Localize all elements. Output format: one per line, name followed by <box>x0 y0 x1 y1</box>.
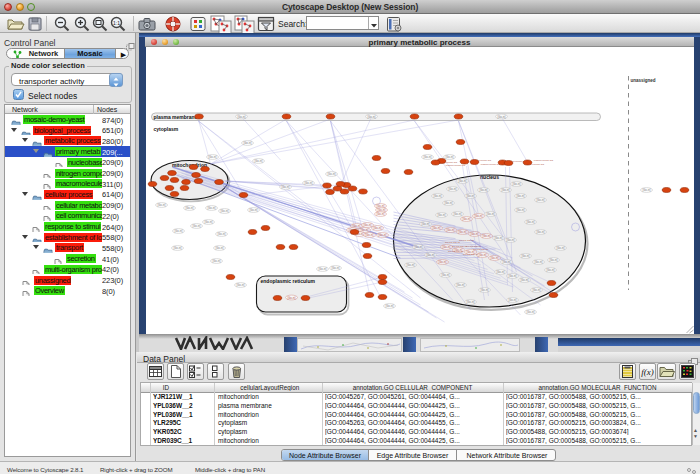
svg-text:[Go-in]: [Go-in] <box>480 288 488 292</box>
svg-text:[Go-in]: [Go-in] <box>512 182 520 186</box>
svg-text:[Go-in]: [Go-in] <box>363 223 371 227</box>
svg-text:[Go-in]: [Go-in] <box>441 273 449 277</box>
svg-text:[Go-in]: [Go-in] <box>508 274 516 278</box>
svg-text:[Go-in]: [Go-in] <box>479 188 487 192</box>
svg-text:[Go-in]: [Go-in] <box>486 212 494 216</box>
svg-text:[Go-in]: [Go-in] <box>532 288 540 292</box>
svg-text:[Go-in]: [Go-in] <box>378 233 386 237</box>
svg-text:[Go-in]: [Go-in] <box>445 155 453 159</box>
svg-text:[Go-in]: [Go-in] <box>437 213 445 217</box>
svg-text:[Go-in]: [Go-in] <box>490 256 498 260</box>
svg-text:[Go-in]: [Go-in] <box>474 214 482 218</box>
svg-text:[Go-in]: [Go-in] <box>423 155 431 159</box>
svg-text:[Go-in]: [Go-in] <box>462 217 470 221</box>
svg-text:[Go-in]: [Go-in] <box>204 220 212 224</box>
svg-text:plasma memb GO: plasma memb GO <box>480 163 500 166</box>
svg-text:[Go-in]: [Go-in] <box>516 194 524 198</box>
svg-text:[Go-in]: [Go-in] <box>249 208 257 212</box>
svg-text:[Go-in]: [Go-in] <box>506 238 514 242</box>
svg-text:[Go-in]: [Go-in] <box>421 222 429 226</box>
svg-text:[Go-in]: [Go-in] <box>365 233 373 237</box>
svg-text:[Go-in]: [Go-in] <box>157 203 165 207</box>
svg-text:[Go-in]: [Go-in] <box>546 268 554 272</box>
svg-text:[Go-in]: [Go-in] <box>453 212 461 216</box>
svg-text:[Go-in]: [Go-in] <box>304 181 312 185</box>
svg-text:[Go-in]: [Go-in] <box>376 212 384 216</box>
svg-text:[Go-in]: [Go-in] <box>444 201 452 205</box>
svg-text:endoplasmic reticulum: endoplasmic reticulum <box>260 278 315 284</box>
svg-text:[Go-in]: [Go-in] <box>438 260 446 264</box>
svg-text:[Go-in]: [Go-in] <box>536 198 544 202</box>
svg-text:[Go-in]: [Go-in] <box>501 188 509 192</box>
svg-text:plasma membrane: plasma membrane <box>153 114 197 120</box>
svg-text:[Go-in]: [Go-in] <box>442 245 450 249</box>
svg-text:[Go-in]: [Go-in] <box>173 246 181 250</box>
svg-text:[Go-in]: [Go-in] <box>549 258 557 262</box>
svg-text:[Go-in]: [Go-in] <box>470 232 478 236</box>
svg-text:[Go-in]: [Go-in] <box>185 206 193 210</box>
svg-text:[Go-in]: [Go-in] <box>174 229 182 233</box>
svg-text:nucleus: nucleus <box>480 174 499 180</box>
svg-text:[Go-in]: [Go-in] <box>516 208 524 212</box>
svg-text:[Go-in]: [Go-in] <box>426 253 434 257</box>
svg-text:[Go-in]: [Go-in] <box>208 155 216 159</box>
svg-text:[Go-in]: [Go-in] <box>526 310 534 314</box>
svg-text:[Go-in]: [Go-in] <box>318 267 326 271</box>
svg-text:[Go-in]: [Go-in] <box>448 187 456 191</box>
svg-text:[Go-in]: [Go-in] <box>536 230 544 234</box>
svg-text:[Go-in]: [Go-in] <box>497 115 505 119</box>
svg-text:[Go-in]: [Go-in] <box>414 245 422 249</box>
svg-text:[Go-in]: [Go-in] <box>243 141 251 145</box>
svg-text:Go-ind GO:45: Go-ind GO:45 <box>459 239 475 242</box>
svg-text:f(x): f(x) <box>641 367 654 377</box>
svg-text:[Go-in]: [Go-in] <box>496 270 504 274</box>
svg-text:[Go-in]: [Go-in] <box>385 304 393 308</box>
svg-text:[Go-in]: [Go-in] <box>207 206 215 210</box>
svg-text:[Go-in]: [Go-in] <box>373 226 381 230</box>
svg-text:[Go-in]: [Go-in] <box>456 283 464 287</box>
svg-text:[Go-in]: [Go-in] <box>215 246 223 250</box>
svg-text:plasma memb GO: plasma memb GO <box>445 164 465 167</box>
svg-text:[Go-in]: [Go-in] <box>556 246 564 250</box>
svg-text:[Go-in]: [Go-in] <box>327 172 335 176</box>
svg-text:Go-ind GO:45: Go-ind GO:45 <box>473 248 489 251</box>
svg-text:[Go-in]: [Go-in] <box>520 278 528 282</box>
svg-text:1:1: 1:1 <box>113 20 120 26</box>
svg-text:[Go-in]: [Go-in] <box>466 300 474 304</box>
svg-text:[Go-in]: [Go-in] <box>508 298 516 302</box>
svg-text:[Go-in]: [Go-in] <box>367 115 375 119</box>
svg-text:[Go-in]: [Go-in] <box>254 159 262 163</box>
svg-text:[Go-in]: [Go-in] <box>237 115 245 119</box>
svg-text:[Go-in]: [Go-in] <box>502 260 510 264</box>
svg-text:[Go-in]: [Go-in] <box>446 228 454 232</box>
svg-text:[Go-in]: [Go-in] <box>433 194 441 198</box>
svg-text:plasma memb GO: plasma memb GO <box>533 159 553 162</box>
svg-text:[Go-in]: [Go-in] <box>192 224 200 228</box>
svg-text:[Go-in]: [Go-in] <box>458 230 466 234</box>
svg-text:Go-ind GO:45: Go-ind GO:45 <box>448 250 464 253</box>
svg-text:[Go-in]: [Go-in] <box>482 234 490 238</box>
svg-text:[Go-in]: [Go-in] <box>406 263 414 267</box>
svg-text:[Go-in]: [Go-in] <box>287 296 295 300</box>
svg-text:cytoplasm: cytoplasm <box>153 126 178 132</box>
svg-text:Go-ind GO:45: Go-ind GO:45 <box>463 253 479 256</box>
svg-text:[Go-in]: [Go-in] <box>494 236 502 240</box>
svg-text:[Go-in]: [Go-in] <box>432 226 440 230</box>
svg-text:[Go-in]: [Go-in] <box>478 253 486 257</box>
svg-text:[Go-in]: [Go-in] <box>331 266 339 270</box>
svg-text:[Go-in]: [Go-in] <box>534 260 542 264</box>
svg-text:[Go-in]: [Go-in] <box>236 283 244 287</box>
svg-text:[Go-in]: [Go-in] <box>466 194 474 198</box>
svg-text:[Go-in]: [Go-in] <box>458 179 466 183</box>
svg-text:[Go-in]: [Go-in] <box>212 259 220 263</box>
svg-text:[Go-in]: [Go-in] <box>220 209 228 213</box>
svg-text:unassigned: unassigned <box>630 78 655 83</box>
svg-text:[Go-in]: [Go-in] <box>526 220 534 224</box>
svg-text:[Go-in]: [Go-in] <box>217 232 225 236</box>
svg-text:[Go-in]: [Go-in] <box>281 185 289 189</box>
svg-text:[Go-in]: [Go-in] <box>521 254 529 258</box>
svg-text:[Go-in]: [Go-in] <box>642 188 650 192</box>
